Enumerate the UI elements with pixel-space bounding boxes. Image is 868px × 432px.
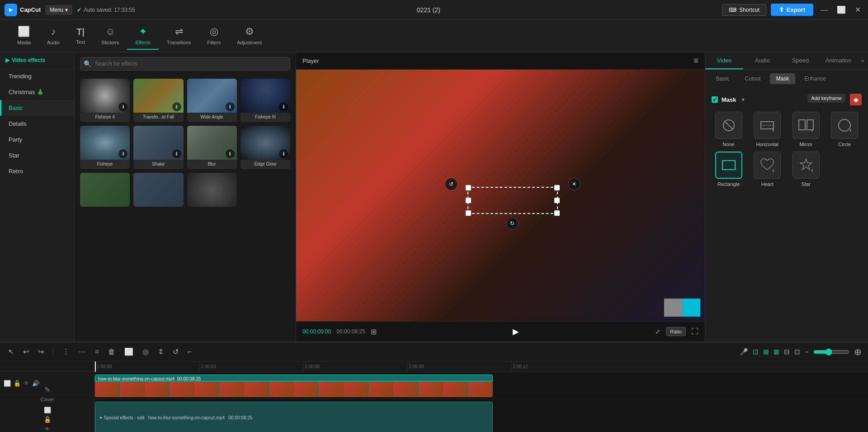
tab-more[interactable]: » [858,52,868,69]
mask-control-rotate[interactable]: ↺ [445,178,458,190]
subtab-basic[interactable]: Basic [710,73,736,84]
toolbar-stickers[interactable]: ☺ Stickers [93,22,127,50]
sidebar-item-party[interactable]: Party [0,132,74,147]
lock-icon2[interactable]: 🔓 [44,416,51,423]
mask-handle-bottomleft[interactable] [466,210,471,216]
rotate-tool[interactable]: ↺ [171,346,180,358]
close-button[interactable]: ✕ [852,5,863,15]
zoom-slider[interactable] [813,348,849,356]
search-input[interactable] [80,57,290,71]
mask-option-mirror[interactable]: ⬇ Mirror [789,112,823,147]
tab-animation[interactable]: Animation [820,52,858,69]
export-button[interactable]: ⬆ Export [771,4,813,16]
effect-edgeglow[interactable]: ⬇ Edge Glow [241,126,290,169]
menu-button[interactable]: Menu ▾ [45,5,72,15]
play-button[interactable]: ▶ [509,325,522,338]
select-tool[interactable]: ↖ [6,346,16,358]
extend-tool[interactable]: ⬜ [123,346,135,358]
tab-video[interactable]: Video [705,52,743,69]
crop-tool[interactable]: ⌗ [93,346,101,358]
flip-tool[interactable]: ⇕ [156,346,165,358]
mask-option-heart[interactable]: ⬇ Heart [750,152,785,187]
mic-icon[interactable]: 🎤 [740,348,748,356]
effect-blur[interactable]: ⬇ Blur [187,126,237,169]
toolbar-audio[interactable]: ♪ Audio [39,22,68,50]
toolbar-text[interactable]: T| Text [68,23,93,49]
mask-handle-bottomright[interactable] [554,210,560,216]
toolbar-media[interactable]: ⬜ Media [9,22,39,50]
video-clip-main[interactable]: how-to-blur-something-on-capcut.mp4 00:0… [95,375,493,397]
add-keyframe-button[interactable]: ◆ [850,94,862,105]
effect-wideangle[interactable]: ⬇ Wide Angle [187,79,237,122]
maximize-button[interactable]: ⬜ [834,5,849,15]
tab-speed[interactable]: Speed [781,52,819,69]
add-track-button[interactable]: ⊕ [854,347,862,357]
eye-icon2[interactable]: 👁 [44,426,50,432]
mask-option-star[interactable]: ⬇ Star [789,152,823,187]
timeline-grid-button[interactable]: ⊞ [371,328,377,336]
eye-icon[interactable]: 👁 [24,380,29,387]
trim-tool[interactable]: ⋯ [77,346,88,358]
shortcut-button[interactable]: ⌨ Shortcut [722,4,766,16]
volume-icon[interactable]: 🔊 [32,380,39,387]
split-tool[interactable]: ⋮ [61,346,71,358]
sidebar-item-details[interactable]: Details [0,116,74,132]
mask-handle-midright[interactable] [554,198,560,203]
resize-icon[interactable]: ⤢ [655,328,660,335]
reset-icon[interactable]: ↺ [840,95,846,104]
screen-icon[interactable]: ⬜ [4,380,11,387]
effect-fisheye4[interactable]: ⬇ Fisheye 4 [80,79,130,122]
delete-tool[interactable]: 🗑 [106,346,117,358]
mask-control-move[interactable]: ✕ [568,178,580,190]
audio-icon[interactable]: ⊠ [774,348,779,356]
redo-tool[interactable]: ↪ [36,346,46,358]
zoom-out-icon[interactable]: − [805,348,809,356]
subtab-mask[interactable]: Mask [770,73,796,84]
mask-dropdown-icon[interactable]: ▾ [742,97,745,103]
mask-handle-topright[interactable] [554,185,560,190]
lock-icon[interactable]: 🔓 [14,380,21,387]
effect-shake[interactable]: ⬇ Shake [133,126,183,169]
effect-transfofall[interactable]: ⬇ Transfo...to Fall [133,79,183,122]
tab-audio[interactable]: Audio [743,52,781,69]
effect-fisheyeiii[interactable]: ⬇ Fisheye III [241,79,290,122]
mask-rectangle[interactable] [467,187,558,214]
mask-handle-midleft[interactable] [466,198,471,203]
player-menu-icon[interactable]: ≡ [693,56,698,66]
toolbar-filters[interactable]: ◎ Filters [199,22,229,50]
subtab-enhance[interactable]: Enhance [798,73,832,84]
crop2-tool[interactable]: ⌐ [186,346,193,358]
minimize-button[interactable]: — [818,5,830,15]
effect-partial1[interactable] [80,173,130,207]
ratio-button[interactable]: Ratio [666,327,686,336]
sidebar-item-trending[interactable]: Trending [0,68,74,84]
mask-option-horizontal[interactable]: ⬇ Horizontal [750,112,785,147]
sidebar-item-star[interactable]: Star [0,147,74,163]
sidebar-item-basic[interactable]: Basic [0,100,74,116]
playhead[interactable] [95,361,96,372]
caption-icon[interactable]: ⊡ [794,348,800,356]
toolbar-transitions[interactable]: ⇌ Transitions [159,22,199,50]
effect-clip[interactable]: ✦ Special effects - edit how-to-blur-som… [95,402,493,432]
align-icon[interactable]: ⊟ [784,348,790,356]
mask-control-bottom[interactable]: ↻ [506,217,519,230]
mask-option-none[interactable]: None [712,112,746,147]
copy-icon[interactable]: ⬒ [830,95,837,104]
fullscreen-button[interactable]: ⛶ [691,328,698,336]
effect-partial3[interactable] [187,173,237,207]
magnet-icon[interactable]: ⊞ [763,348,769,356]
mask-checkbox[interactable] [712,96,718,103]
toolbar-adjustment[interactable]: ⚙ Adjustment [229,22,270,50]
play-tool[interactable]: ◎ [141,346,151,358]
mask-option-circle[interactable]: ⬇ Circle [828,112,862,147]
mask-handle-topleft[interactable] [466,185,471,190]
sidebar-item-retro[interactable]: Retro [0,163,74,179]
snap-icon[interactable]: ⊡ [753,348,759,356]
effect-partial2[interactable] [133,173,183,207]
toolbar-effects[interactable]: ✦ Effects [127,22,158,50]
undo-tool[interactable]: ↩ [21,346,31,358]
mask-option-rectangle[interactable]: Rectangle [712,152,746,187]
effect-fisheye[interactable]: ⬇ Fisheye [80,126,130,169]
subtab-cutout[interactable]: Cutout [738,73,767,84]
sidebar-item-christmas[interactable]: Christmas 🎄 [0,84,74,100]
